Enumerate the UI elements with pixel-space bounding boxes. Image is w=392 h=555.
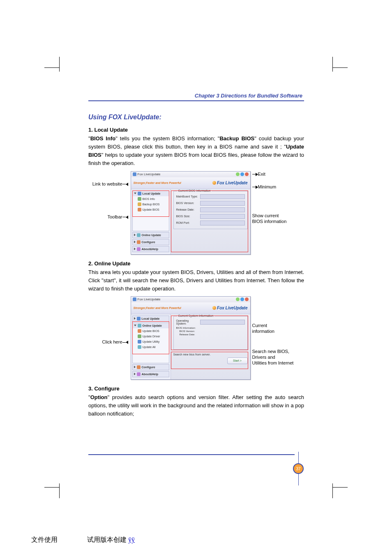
sidebar: Local Update BIOS Info Backup BIOS Updat… xyxy=(131,189,171,254)
titlebar: Fox LiveUpdate xyxy=(131,172,250,177)
minimize-button[interactable] xyxy=(236,297,240,301)
crop-mark xyxy=(333,487,348,488)
update-icon xyxy=(138,329,141,333)
label-rom-port: ROM Port: xyxy=(176,221,198,224)
help-button[interactable] xyxy=(240,297,244,301)
main-panel: Current System Information Operating Sys… xyxy=(171,314,250,379)
field-release-date xyxy=(200,207,245,212)
start-button[interactable]: Start > xyxy=(227,358,248,364)
crop-mark xyxy=(332,57,333,72)
footer-link[interactable]: ÿÿ xyxy=(128,536,135,543)
minimize-button[interactable] xyxy=(236,172,240,176)
page-number: 37 xyxy=(293,463,304,474)
crop-mark xyxy=(333,67,348,68)
chevron-right-icon xyxy=(134,373,136,375)
banner: Stronger,Faster and More Powerful Fox Li… xyxy=(131,302,250,314)
label-os: Operating System: xyxy=(176,319,198,325)
chevron-right-icon xyxy=(134,234,136,236)
label-bios-version: BIOS Version: xyxy=(176,202,198,204)
label-bios-version: BIOS Version: xyxy=(176,330,245,333)
anno-exit: Exit xyxy=(252,171,266,177)
sidebar-head-online-update[interactable]: Online Update xyxy=(133,323,169,328)
brand-icon xyxy=(212,181,216,185)
panel-title: Current System Information xyxy=(177,314,215,317)
footer-text: 文件使用 xyxy=(31,536,59,543)
brand-text: Fox LiveUpdate xyxy=(212,181,247,185)
text: " tells you the system BIOS information;… xyxy=(115,135,219,142)
gear-icon xyxy=(137,365,141,369)
titlebar: Fox LiveUpdate xyxy=(131,297,250,302)
text: " provides auto search options and versi… xyxy=(88,394,304,417)
gear-icon xyxy=(137,240,141,244)
field-os xyxy=(200,320,245,325)
globe-icon xyxy=(137,233,141,237)
sidebar-head-about[interactable]: About&Help xyxy=(133,372,169,377)
slogan-link[interactable]: Stronger,Faster and More Powerful xyxy=(134,307,181,309)
figure-local-update: Link to website Toolbar Fox LiveUpdate S… xyxy=(88,171,304,255)
footer-text-2: 试用版本创建 xyxy=(87,536,128,543)
crop-mark xyxy=(44,487,59,488)
chevron-down-icon xyxy=(134,193,136,194)
app-window-2: Fox LiveUpdate Stronger,Faster and More … xyxy=(131,296,251,380)
anno-current-info: Currentinformation xyxy=(252,323,275,334)
main-panel: Current BIOS Information MainBoard Type:… xyxy=(171,189,250,254)
field-rom-port xyxy=(200,221,245,225)
section-title: Using FOX LiveUpdate: xyxy=(88,114,304,121)
sidebar-item-bios-info[interactable]: BIOS Info xyxy=(133,196,169,202)
sidebar-item-backup-bios[interactable]: Backup BIOS xyxy=(133,202,169,207)
anno-toolbar: Toolbar xyxy=(107,214,129,220)
close-button[interactable] xyxy=(245,172,249,176)
anno-minimum: Minimum xyxy=(252,184,277,190)
field-bios-version xyxy=(200,201,245,206)
label-mainboard: MainBoard Type: xyxy=(176,195,198,198)
anno-search-new: Search new BIOS,Drivers andUtilities fro… xyxy=(252,348,295,366)
driver-icon xyxy=(138,334,141,338)
sidebar-head-online-update[interactable]: Online Update xyxy=(133,232,169,238)
anno-show-bios-info: Show currentBIOS information xyxy=(252,213,288,225)
sidebar-head-local-update[interactable]: Local Update xyxy=(133,316,169,321)
sidebar-item-update-all[interactable]: Update All xyxy=(133,344,169,350)
sidebar-head-configure[interactable]: Configure xyxy=(133,365,169,370)
field-mainboard xyxy=(200,194,245,199)
sidebar-head-local-update[interactable]: Local Update xyxy=(133,191,169,196)
chip-icon xyxy=(138,197,141,201)
save-icon xyxy=(138,202,141,206)
sidebar-head-about[interactable]: About&Help xyxy=(133,246,169,252)
anno-link-to-website: Link to website xyxy=(92,181,129,187)
help-button[interactable] xyxy=(240,172,244,176)
close-button[interactable] xyxy=(245,297,249,301)
help-icon xyxy=(137,372,141,376)
page-number-badge: 37 xyxy=(292,452,304,485)
chevron-down-icon xyxy=(134,325,136,326)
window-title: Fox LiveUpdate xyxy=(138,172,161,176)
text-bold: BIOS Info xyxy=(90,135,116,142)
field-bios-size xyxy=(200,214,245,219)
banner: Stronger,Faster and More Powerful Fox Li… xyxy=(131,177,250,189)
window-title: Fox LiveUpdate xyxy=(138,297,161,301)
sidebar: Local Update Online Update Update BIOS U… xyxy=(131,314,171,379)
update-icon xyxy=(138,208,141,211)
subhead-configure: 3. Configure xyxy=(88,385,304,392)
sidebar-item-update-bios[interactable]: Update BIOS xyxy=(133,328,169,334)
chevron-right-icon xyxy=(134,366,136,368)
search-text: Search new bios from server. xyxy=(173,353,248,356)
sidebar-item-update-utility[interactable]: Update Utility xyxy=(133,339,169,344)
app-window-1: Fox LiveUpdate Stronger,Faster and More … xyxy=(131,171,251,255)
text-bold: Option xyxy=(90,394,108,400)
subhead-local-update: 1. Local Update xyxy=(88,127,304,133)
sidebar-item-update-bios[interactable]: Update BIOS xyxy=(133,207,169,212)
label-bios-info: BIOS Information: xyxy=(176,327,245,330)
sidebar-head-configure[interactable]: Configure xyxy=(133,239,169,245)
label-bios-size: BIOS Size: xyxy=(176,215,198,218)
sidebar-item-update-driver[interactable]: Update Driver xyxy=(133,334,169,339)
slogan-link[interactable]: Stronger,Faster and More Powerful xyxy=(134,181,181,184)
globe-icon xyxy=(138,324,141,327)
chevron-right-icon xyxy=(134,248,136,250)
text-bold: Backup BIOS xyxy=(219,135,254,142)
app-icon xyxy=(133,172,136,176)
crop-mark xyxy=(59,483,60,498)
brand-text: Fox LiveUpdate xyxy=(212,306,247,310)
paragraph-configure: "Option" provides auto search options an… xyxy=(88,393,304,418)
figure-online-update: Click here Fox LiveUpdate Stronger,Faste… xyxy=(88,296,304,380)
crop-mark xyxy=(44,67,59,68)
